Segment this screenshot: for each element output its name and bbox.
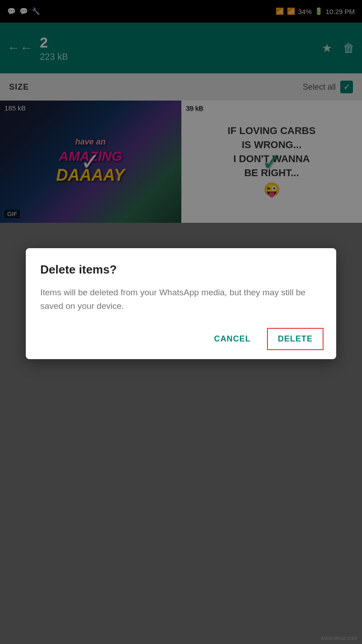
dialog-title: Delete items? (40, 263, 324, 277)
delete-dialog: Delete items? Items will be deleted from… (26, 248, 336, 359)
dialog-message: Items will be deleted from your WhatsApp… (40, 286, 324, 313)
delete-button[interactable]: DELETE (267, 328, 324, 350)
cancel-button[interactable]: CANCEL (205, 329, 260, 349)
dialog-actions: CANCEL DELETE (40, 328, 324, 350)
